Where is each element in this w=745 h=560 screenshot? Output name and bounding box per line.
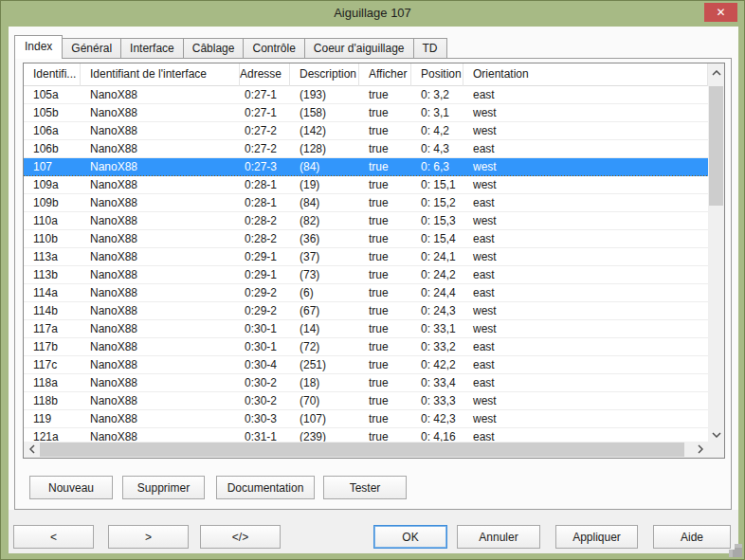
tab-bar: IndexGénéralInterfaceCâblageContrôleCoeu…: [14, 35, 446, 58]
tab-controle[interactable]: Contrôle: [243, 38, 304, 58]
tab-interface[interactable]: Interface: [120, 38, 184, 58]
ok-button[interactable]: OK: [373, 525, 447, 549]
close-button[interactable]: ✕: [704, 3, 737, 22]
close-icon: ✕: [716, 6, 725, 19]
tab-td[interactable]: TD: [413, 38, 447, 58]
tab-coeur-d-aiguillage[interactable]: Coeur d'aiguillage: [304, 38, 414, 58]
dialog-client-area: IndexGénéralInterfaceCâblageContrôleCoeu…: [9, 27, 738, 553]
tab-general[interactable]: Général: [62, 38, 121, 58]
title-bar[interactable]: Aiguillage 107 ✕: [1, 1, 744, 27]
tab-index[interactable]: Index: [14, 35, 63, 59]
aide-button[interactable]: Aide: [653, 525, 731, 549]
appliquer-button[interactable]: Appliquer: [555, 525, 638, 549]
dialog-button-row: OKAnnulerAppliquerAide: [9, 27, 738, 553]
window-title: Aiguillage 107: [1, 1, 744, 26]
tab-cablage[interactable]: Câblage: [183, 38, 245, 58]
resize-grip-icon[interactable]: [725, 540, 735, 550]
dialog-window: Aiguillage 107 ✕ IndexGénéralInterfaceCâ…: [0, 0, 745, 560]
annuler-button[interactable]: Annuler: [457, 525, 540, 549]
